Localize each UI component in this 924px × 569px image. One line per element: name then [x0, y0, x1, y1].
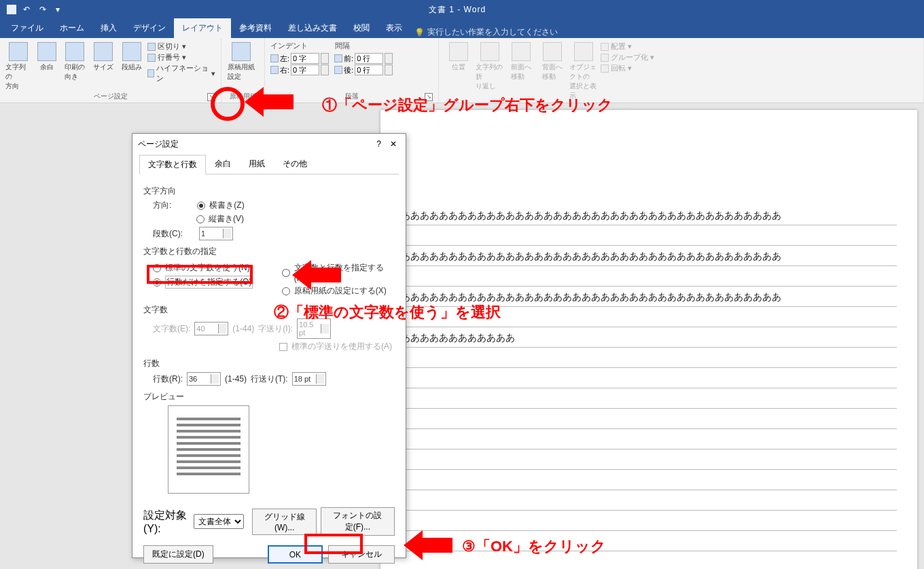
breaks-button[interactable]: 区切り ▾ — [147, 41, 216, 52]
spinner-icon[interactable] — [223, 229, 231, 238]
selection-pane-button: オブジェクトの 選択と表示 — [569, 41, 598, 100]
radio-grid-paper[interactable] — [282, 287, 290, 295]
apply-to-select[interactable]: 文書全体 — [194, 514, 244, 529]
indent-header: インデント — [270, 41, 308, 51]
doc-line: ああああああああああああああああああああああああああああああああああああああああ — [401, 205, 897, 225]
rotate-button: 回転 ▾ — [601, 63, 654, 73]
line-numbers-label: 行番号 — [158, 52, 180, 62]
spec-header: 文字数と行数の指定 — [143, 246, 395, 257]
radio-default-chars-label[interactable]: 標準の文字数を使う(N) — [165, 262, 250, 274]
tab-layout[interactable]: レイアウト — [174, 18, 231, 38]
tab-review[interactable]: 校閲 — [345, 18, 378, 38]
space-before-label: 前: — [344, 54, 353, 64]
dialog-tabs: 文字数と行数 余白 用紙 その他 — [139, 154, 399, 175]
dlg-tab-other[interactable]: その他 — [274, 154, 316, 174]
rotate-label: 回転 — [611, 63, 626, 73]
text-direction-button[interactable]: 文字列の 方向 — [5, 41, 31, 91]
preview-box — [168, 405, 249, 494]
tab-view[interactable]: 表示 — [378, 18, 410, 38]
space-before-input[interactable] — [355, 53, 383, 64]
doc-line: ああああああああああああああああああああああああああああああああああああああああ — [401, 246, 897, 266]
align-icon — [601, 43, 609, 51]
group-paragraph: インデント 間隔 左: 右: 前: 後: 段落↘ — [265, 38, 439, 103]
tab-file[interactable]: ファイル — [3, 18, 52, 38]
tab-references[interactable]: 参考資料 — [231, 18, 280, 38]
cancel-button[interactable]: キャンセル — [328, 545, 395, 564]
spinner-icon[interactable] — [316, 374, 324, 384]
rotate-icon — [601, 65, 609, 73]
chars-count-input: 40 — [194, 322, 228, 335]
size-button[interactable]: サイズ — [90, 41, 116, 72]
preview-header: プレビュー — [143, 391, 395, 403]
spinner-icon[interactable] — [321, 53, 329, 64]
doc-line: ああああああああああああああああああああああああああああああああああああああああ — [401, 287, 897, 307]
gridlines-button[interactable]: グリッド線(W)... — [252, 509, 316, 535]
spinner-icon[interactable] — [211, 374, 219, 384]
page-setup-launcher[interactable]: ↘ — [207, 93, 215, 101]
font-settings-button[interactable]: フォントの設定(F)... — [321, 507, 395, 536]
dlg-tab-chars-lines[interactable]: 文字数と行数 — [139, 155, 206, 175]
redo-icon[interactable]: ↷ — [39, 5, 49, 14]
help-icon[interactable]: ? — [376, 139, 381, 149]
line-pitch-input[interactable]: 18 pt — [292, 372, 326, 386]
spinner-icon[interactable] — [385, 65, 393, 75]
group-icon — [601, 54, 609, 62]
qat-more-icon[interactable]: ▾ — [56, 5, 65, 14]
radio-chars-and-lines[interactable] — [282, 269, 290, 277]
hyphenation-button[interactable]: ハイフネーション ▾ — [147, 63, 216, 84]
tab-insert[interactable]: 挿入 — [92, 18, 125, 38]
char-pitch-input: 10.5 pt — [297, 318, 331, 339]
radio-lines-only[interactable] — [153, 278, 161, 287]
radio-default-chars[interactable] — [153, 264, 161, 272]
columns-count-input[interactable]: 1 — [199, 227, 233, 240]
tab-home[interactable]: ホーム — [52, 18, 92, 38]
chars-count-label: 文字数(E): — [153, 323, 190, 335]
columns-button[interactable]: 段組み — [119, 41, 145, 72]
send-backward-label: 背面へ 移動 — [542, 62, 563, 81]
radio-horizontal-label[interactable]: 横書き(Z) — [209, 200, 244, 211]
char-pitch-label: 字送り(I): — [258, 323, 293, 335]
hyphenation-icon — [147, 69, 155, 77]
lines-count-input[interactable]: 36 — [187, 372, 221, 386]
undo-icon[interactable]: ↶ — [23, 5, 33, 14]
radio-vertical[interactable] — [196, 215, 205, 223]
paragraph-launcher[interactable]: ↘ — [425, 93, 433, 101]
dlg-tab-paper[interactable]: 用紙 — [240, 154, 274, 174]
group-page-setup-title: ページ設定 ↘ — [5, 92, 215, 101]
save-icon[interactable] — [7, 5, 16, 14]
document-page[interactable]: ああああああああああああああああああああああああああああああああああああああああ… — [380, 110, 917, 569]
group-arrange: 位置 文字列の折 り返し 前面へ 移動 背面へ 移動 オブジェクトの 選択と表示… — [439, 38, 924, 103]
spinner-icon[interactable] — [385, 53, 393, 64]
line-numbers-button[interactable]: 行番号 ▾ — [147, 52, 216, 62]
indent-right-input[interactable] — [291, 65, 319, 75]
genkou-button[interactable]: 原稿用紙 設定 — [227, 41, 255, 81]
radio-lines-only-label[interactable]: 行数だけを指定する(O) — [165, 276, 253, 289]
tell-me-search[interactable]: 💡 実行したい作業を入力してください — [414, 26, 558, 38]
orientation-button[interactable]: 印刷の 向き — [62, 41, 88, 81]
dlg-tab-margins[interactable]: 余白 — [206, 154, 240, 174]
set-default-button[interactable]: 既定に設定(D) — [143, 545, 213, 564]
line-pitch-label: 行送り(T): — [251, 373, 288, 385]
ok-button[interactable]: OK — [268, 545, 323, 564]
wrap-label: 文字列の折 り返し — [476, 62, 504, 91]
tab-design[interactable]: デザイン — [125, 18, 174, 38]
dialog-buttons: 既定に設定(D) OK キャンセル — [132, 538, 406, 569]
ribbon: 文字列の 方向 余白 印刷の 向き サイズ 段組み 区切り ▾ 行番号 ▾ ハイ… — [0, 38, 924, 103]
indent-right-label: 右: — [280, 65, 289, 75]
spinner-icon[interactable] — [321, 65, 329, 75]
hyphenation-label: ハイフネーション — [156, 63, 209, 84]
titlebar: ↶ ↷ ▾ 文書 1 - Word — [0, 0, 924, 19]
radio-chars-and-lines-label[interactable]: 文字数と行数を指定する(H) — [294, 262, 395, 283]
radio-vertical-label[interactable]: 縦書き(V) — [209, 213, 244, 225]
space-after-input[interactable] — [355, 65, 383, 75]
margins-button[interactable]: 余白 — [34, 41, 60, 72]
group-paragraph-label: 段落 — [345, 92, 359, 100]
position-label: 位置 — [452, 62, 465, 72]
tab-mailings[interactable]: 差し込み文書 — [280, 18, 345, 38]
close-icon[interactable]: ✕ — [387, 139, 400, 149]
indent-left-input[interactable] — [291, 53, 319, 64]
selection-pane-label: オブジェクトの 選択と表示 — [569, 62, 598, 100]
apply-to-label: 設定対象(Y): — [143, 509, 190, 535]
radio-grid-paper-label[interactable]: 原稿用紙の設定にする(X) — [294, 285, 387, 297]
radio-horizontal[interactable] — [197, 202, 205, 210]
